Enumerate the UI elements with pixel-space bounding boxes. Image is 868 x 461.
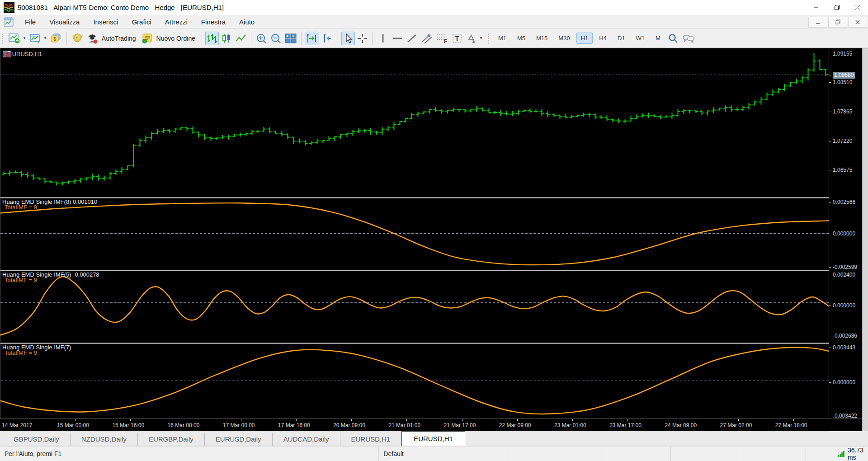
child-restore-button[interactable] bbox=[828, 17, 847, 28]
status-connection[interactable]: 36.73 ms bbox=[806, 447, 868, 461]
main-price-pane[interactable]: EURUSD,H1 bbox=[0, 48, 829, 197]
menu-grafici[interactable]: Grafici bbox=[125, 15, 158, 29]
new-chart-dropdown[interactable]: ▼ bbox=[23, 36, 26, 40]
chart-window-icon bbox=[4, 17, 14, 27]
chart-tab-2[interactable]: EURGBP,Daily bbox=[138, 433, 205, 446]
restore-button[interactable] bbox=[826, 0, 847, 15]
autotrading-label[interactable]: AutoTrading bbox=[102, 35, 136, 42]
timeframe-m[interactable]: M bbox=[651, 33, 665, 44]
market-watch-button[interactable]: $ bbox=[49, 32, 63, 45]
candle-chart-mode-icon bbox=[221, 33, 232, 44]
chart-tab-1[interactable]: NZDUSD,Daily bbox=[71, 433, 138, 446]
trendline-icon bbox=[406, 33, 417, 44]
price-tick-label: 1.08510 bbox=[833, 79, 852, 85]
profiles-dropdown[interactable]: ▼ bbox=[43, 36, 47, 40]
status-section-empty bbox=[603, 447, 671, 461]
tile-windows-button[interactable] bbox=[283, 32, 298, 45]
timeframe-grip[interactable] bbox=[488, 33, 491, 44]
menu-visualizza[interactable]: Visualizza bbox=[42, 15, 86, 29]
menu-aiuto[interactable]: Aiuto bbox=[232, 15, 261, 29]
profiles-button[interactable] bbox=[28, 32, 42, 45]
vertical-line-icon bbox=[378, 33, 387, 44]
time-axis[interactable]: 14 Mar 201715 Mar 00:0015 Mar 16:0016 Ma… bbox=[0, 419, 862, 431]
price-tick-label: 1.07220 bbox=[833, 138, 852, 144]
fibonacci-icon: F bbox=[436, 33, 448, 44]
minimize-button[interactable] bbox=[806, 0, 826, 15]
svg-text:$: $ bbox=[53, 37, 56, 42]
imf7-canvas[interactable] bbox=[0, 344, 829, 417]
menu-file[interactable]: File bbox=[18, 15, 42, 29]
timeframe-d1[interactable]: D1 bbox=[613, 33, 630, 44]
candle-chart-mode-button[interactable] bbox=[220, 32, 233, 45]
algo-trading-button[interactable]: 5 bbox=[70, 32, 85, 45]
one-click-trading-icon[interactable] bbox=[3, 51, 11, 57]
price-tick: 0.002400 bbox=[829, 272, 855, 278]
timeframe-m15[interactable]: M15 bbox=[532, 33, 552, 44]
line-chart-mode-button[interactable] bbox=[234, 32, 248, 45]
indicator-label-block: Huang EMD Single IMF(5) -0.000278 TotalI… bbox=[2, 272, 99, 283]
status-profile[interactable]: Default bbox=[379, 447, 506, 461]
timeframe-m30[interactable]: M30 bbox=[554, 33, 574, 44]
indicator-pane-imf8[interactable]: Huang EMD Single IMF(8) 0.001010 TotalIM… bbox=[0, 198, 829, 270]
zoom-out-button[interactable] bbox=[269, 32, 283, 45]
price-axis[interactable]: 1.091551.085101.078651.072201.065751.086… bbox=[829, 48, 862, 431]
new-order-button[interactable] bbox=[140, 32, 155, 45]
search-button[interactable] bbox=[666, 32, 680, 45]
time-axis-label: 23 Mar 17:00 bbox=[609, 422, 642, 428]
chart-tab-5[interactable]: EURUSD,H1 bbox=[340, 433, 402, 446]
menu-finestra[interactable]: Finestra bbox=[194, 15, 232, 29]
child-close-button[interactable] bbox=[848, 17, 867, 28]
autotrading-button[interactable] bbox=[85, 32, 100, 45]
price-tick-label: 1.08680 bbox=[833, 72, 855, 79]
vertical-line-tool-button[interactable] bbox=[376, 32, 390, 45]
bar-chart-mode-button[interactable] bbox=[205, 32, 219, 45]
time-axis-tick bbox=[406, 419, 407, 421]
cursor-button[interactable] bbox=[341, 32, 355, 45]
timeframe-m5[interactable]: M5 bbox=[513, 33, 530, 44]
auto-scroll-button[interactable] bbox=[305, 32, 319, 45]
chart-symbol-label: EURUSD,H1 bbox=[8, 51, 42, 57]
chart-tab-3[interactable]: EURUSD,Daily bbox=[205, 433, 273, 446]
time-axis-tick bbox=[627, 419, 628, 421]
timeframe-m1[interactable]: M1 bbox=[494, 33, 511, 44]
chart-tab-0[interactable]: GBPUSD,Daily bbox=[3, 433, 71, 446]
zoom-in-button[interactable] bbox=[255, 32, 268, 45]
price-tick: 0.003443 bbox=[829, 344, 855, 351]
time-axis-tick bbox=[351, 419, 352, 421]
text-tool-button[interactable]: T bbox=[450, 32, 464, 45]
child-minimize-button[interactable] bbox=[808, 17, 827, 28]
toolbar-grip[interactable] bbox=[2, 33, 5, 44]
auto-scroll-icon bbox=[306, 33, 318, 44]
new-order-label[interactable]: Nuovo Ordine bbox=[156, 35, 195, 42]
menu-inserisci[interactable]: Inserisci bbox=[86, 15, 125, 29]
indicator-pane-imf5[interactable]: Huang EMD Single IMF(5) -0.000278 TotalI… bbox=[0, 271, 829, 343]
equidistant-channel-tool-button[interactable] bbox=[420, 32, 434, 45]
new-chart-icon bbox=[9, 33, 20, 44]
horizontal-line-tool-button[interactable] bbox=[391, 32, 404, 45]
chart-tab-4[interactable]: AUDCAD,Daily bbox=[273, 433, 340, 446]
timeframe-h4[interactable]: H4 bbox=[594, 33, 611, 44]
zoom-out-icon bbox=[270, 33, 281, 44]
text-tool-icon: T bbox=[452, 33, 462, 44]
price-tick-label: 1.06575 bbox=[833, 167, 852, 173]
close-button[interactable] bbox=[847, 0, 868, 15]
shapes-tool-dropdown[interactable]: ▼ bbox=[479, 36, 483, 40]
chat-button[interactable] bbox=[681, 32, 696, 45]
trendline-tool-button[interactable] bbox=[405, 32, 419, 45]
menu-attrezzi[interactable]: Attrezzi bbox=[158, 15, 194, 29]
price-tick-label: 0.000000 bbox=[833, 379, 855, 386]
shapes-tool-button[interactable] bbox=[465, 32, 478, 45]
crosshair-button[interactable] bbox=[356, 32, 369, 45]
zoom-in-icon bbox=[256, 33, 267, 44]
indicator-label-block: Huang EMD Single IMF(8) 0.001010 TotalIM… bbox=[2, 199, 97, 210]
timeframe-h1[interactable]: H1 bbox=[576, 33, 593, 44]
imf5-canvas[interactable] bbox=[0, 271, 829, 343]
new-chart-button[interactable] bbox=[7, 32, 22, 45]
fibonacci-tool-button[interactable]: F bbox=[435, 32, 449, 45]
timeframe-w1[interactable]: W1 bbox=[632, 33, 650, 44]
price-chart-canvas[interactable] bbox=[0, 48, 829, 197]
chart-shift-button[interactable] bbox=[320, 32, 335, 45]
imf8-canvas[interactable] bbox=[0, 198, 829, 270]
chart-tab-6[interactable]: EURUSD,H1 bbox=[401, 431, 465, 446]
indicator-pane-imf7[interactable]: Huang EMD Single IMF(7) TotalIMF = 9 bbox=[0, 344, 829, 417]
